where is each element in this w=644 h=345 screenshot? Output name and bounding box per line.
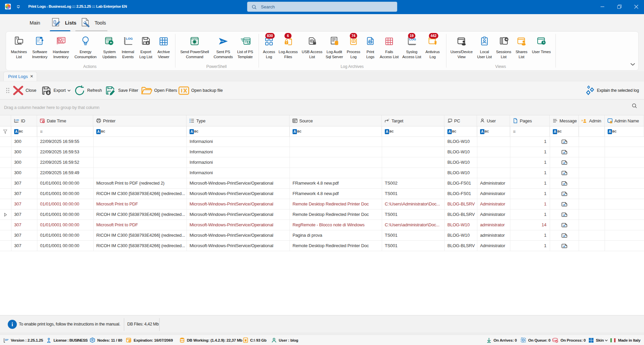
svg-text:A: A [563,172,566,175]
svg-text:A: A [563,182,566,186]
svg-text:A: A [563,151,566,154]
svg-text:↗: ↗ [388,118,389,120]
svg-text:10³: 10³ [5,338,8,341]
svg-text:A: A [563,161,566,165]
svg-text:A: A [563,245,566,248]
svg-text:LOG: LOG [126,37,133,40]
svg-text:A: A [563,234,566,238]
svg-text:A: A [563,141,566,144]
svg-text:LOG: LOG [15,119,19,121]
svg-text:A: A [563,214,566,217]
svg-text:{}: {} [53,20,57,24]
svg-text:A: A [563,224,566,227]
svg-text:A: A [563,203,566,206]
svg-text:A: A [563,193,566,196]
